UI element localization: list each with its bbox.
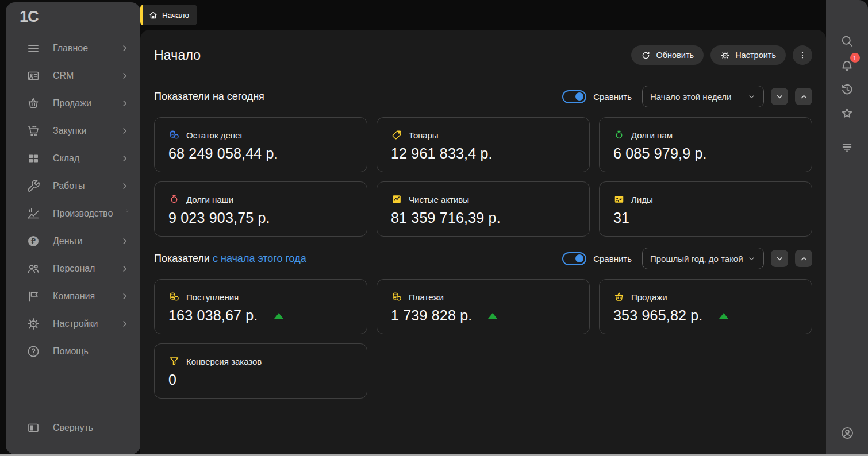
history-button[interactable] <box>836 77 858 101</box>
trend-up-icon <box>488 313 497 319</box>
kpi-card-debts-to-us[interactable]: Долги нам 6 085 979,9 р. <box>599 117 812 172</box>
gear-icon <box>720 51 730 60</box>
chevron-right-icon <box>120 319 130 329</box>
sidebar-item-personal[interactable]: Персонал <box>6 255 140 283</box>
kpi-card-cash[interactable]: Остаток денег 68 249 058,44 р. <box>154 117 367 172</box>
funnel-icon <box>168 355 180 367</box>
sidebar-item-nastroyki[interactable]: Настройки <box>6 310 140 338</box>
kpi-card-sales[interactable]: Продажи 353 965,82 р. <box>599 279 812 334</box>
search-button[interactable] <box>836 29 858 53</box>
period-link[interactable]: с начала этого года <box>213 253 306 264</box>
ruble-icon: ₽ <box>26 234 40 248</box>
sidebar-item-kompaniya[interactable]: Компания <box>6 283 140 310</box>
chevron-right-icon <box>120 71 130 81</box>
period-select[interactable]: Прошлый год, до такой <box>642 248 764 269</box>
refresh-icon <box>641 51 651 60</box>
kpi-card-leads[interactable]: Лиды 31 <box>599 181 812 237</box>
notification-badge: 1 <box>850 53 860 63</box>
history-icon <box>840 82 854 96</box>
compare-toggle[interactable] <box>562 90 586 103</box>
home-icon <box>148 10 158 20</box>
search-icon <box>840 34 854 48</box>
chevron-up-icon <box>800 254 808 263</box>
chevron-down-icon <box>775 92 784 101</box>
moneybag-icon <box>168 194 180 205</box>
sidebar-item-proizvodstvo[interactable]: Производство <box>6 200 140 227</box>
period-select[interactable]: Начало этой недели <box>642 86 764 107</box>
left-sidebar: 1С Главное CRM <box>6 2 140 454</box>
configure-button[interactable]: Настроить <box>710 45 786 65</box>
kpi-card-net-assets[interactable]: Чистые активы 81 359 716,39 р. <box>377 181 590 237</box>
kpi-card-payments[interactable]: Платежи 1 739 828 р. <box>377 279 590 334</box>
favorites-button[interactable] <box>836 101 858 125</box>
user-account-button[interactable] <box>826 426 868 440</box>
sidebar-collapse-button[interactable]: Свернуть <box>6 414 140 442</box>
kpi-value: 0 <box>168 372 176 388</box>
right-toolbar: 1 <box>826 0 868 454</box>
kpi-card-incomings[interactable]: Поступления 163 038,67 р. <box>154 279 367 334</box>
flag-icon <box>26 289 40 303</box>
sidebar-item-crm[interactable]: CRM <box>6 62 140 90</box>
tab-bar: Начало <box>140 0 826 30</box>
compare-label: Сравнить <box>593 92 632 102</box>
sidebar-item-pomosch[interactable]: Помощь <box>6 338 140 365</box>
page-title: Начало <box>154 48 201 63</box>
kpi-value: 6 085 979,9 р. <box>613 145 707 162</box>
trend-up-icon <box>274 313 283 319</box>
kpi-card-order-conversion[interactable]: Конверсия заказов 0 <box>154 343 367 399</box>
sidebar-item-raboty[interactable]: Работы <box>6 172 140 200</box>
coins-icon <box>168 291 180 303</box>
kpi-value: 68 249 058,44 р. <box>168 145 278 162</box>
chevron-right-icon <box>120 181 130 191</box>
chevron-right-icon <box>120 43 130 53</box>
collapse-section-button[interactable] <box>771 250 788 267</box>
sidebar-item-glavnoe[interactable]: Главное <box>6 34 140 62</box>
filter-lines-icon <box>840 140 854 154</box>
kpi-value: 9 023 903,75 р. <box>168 210 270 226</box>
compare-toggle[interactable] <box>562 252 586 265</box>
kpi-value: 353 965,82 р. <box>613 307 703 324</box>
wrench-icon <box>26 179 40 193</box>
collapse-sidebar-icon <box>26 421 40 435</box>
kpi-card-goods[interactable]: Товары 12 961 833,4 р. <box>377 117 590 172</box>
warehouse-icon <box>26 152 40 165</box>
collapse-section-button[interactable] <box>771 88 788 105</box>
chevron-right-icon <box>120 236 130 246</box>
gear-icon <box>26 317 40 331</box>
move-section-up-button[interactable] <box>795 250 812 267</box>
kpi-card-our-debts[interactable]: Долги наши 9 023 903,75 р. <box>154 181 367 237</box>
cart-icon <box>26 124 40 138</box>
chevron-right-icon <box>120 126 130 136</box>
active-tab-accent <box>140 5 143 25</box>
sidebar-item-prodazhi[interactable]: Продажи <box>6 90 140 117</box>
chevron-down-icon <box>747 254 756 263</box>
sidebar-item-sklad[interactable]: Склад <box>6 145 140 172</box>
chevron-right-icon <box>120 98 130 109</box>
section-title-today: Показатели на сегодня <box>154 91 264 103</box>
sidebar-item-dengi[interactable]: ₽ Деньги <box>6 227 140 255</box>
main-nav: Главное CRM <box>6 34 140 365</box>
chevron-down-icon <box>775 254 784 263</box>
kpi-value: 31 <box>613 210 629 226</box>
coins-icon <box>168 129 180 141</box>
production-icon <box>26 207 40 221</box>
chevron-right-icon <box>120 153 130 164</box>
star-icon <box>840 106 854 121</box>
rail-divider <box>836 130 858 130</box>
move-section-up-button[interactable] <box>795 88 812 105</box>
menu-icon <box>26 41 40 55</box>
more-menu-button[interactable] <box>793 45 812 65</box>
chevron-down-icon <box>747 92 756 101</box>
trend-up-icon <box>719 313 728 319</box>
chevron-up-icon <box>800 92 808 101</box>
chart-square-icon <box>391 194 402 205</box>
id-card-icon <box>613 194 625 205</box>
tag-icon <box>391 129 402 141</box>
refresh-button[interactable]: Обновить <box>631 45 704 65</box>
notifications-button[interactable]: 1 <box>836 53 858 77</box>
tab-home[interactable]: Начало <box>140 5 197 25</box>
user-circle-icon <box>840 426 855 440</box>
1c-logo: 1С <box>20 8 39 26</box>
functions-menu-button[interactable] <box>836 135 858 159</box>
sidebar-item-zakupki[interactable]: Закупки <box>6 117 140 145</box>
